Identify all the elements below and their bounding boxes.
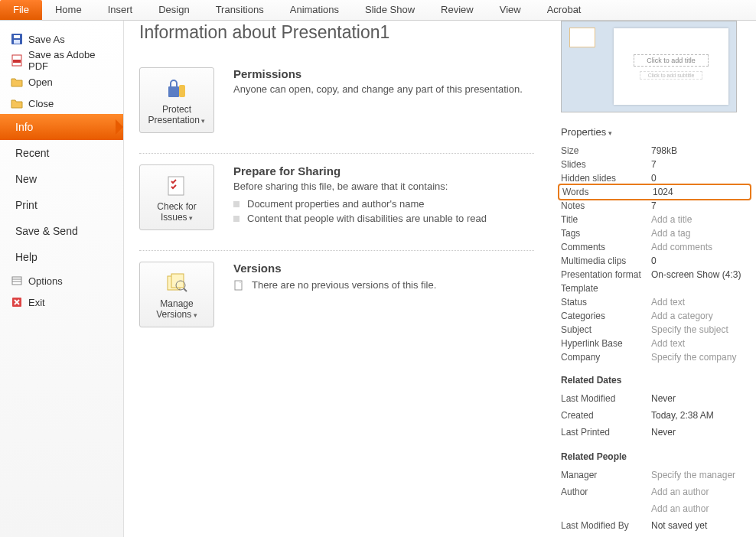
property-label: Notes xyxy=(561,200,651,211)
property-row: Last PrintedNever xyxy=(561,424,748,441)
property-label: Comments xyxy=(561,242,651,252)
related-people-heading: Related People xyxy=(561,451,748,462)
section-heading: Permissions xyxy=(233,67,523,80)
manage-versions-button[interactable]: Manage Versions xyxy=(139,262,214,327)
property-row[interactable]: AuthorAdd an author xyxy=(561,483,748,500)
checklist-icon xyxy=(163,174,191,198)
sidebar-open[interactable]: Open xyxy=(0,71,123,93)
tab-transitions[interactable]: Transitions xyxy=(203,0,277,20)
property-value[interactable]: Add text xyxy=(651,338,685,349)
sidebar-save-send[interactable]: Save & Send xyxy=(0,218,123,244)
property-label: Categories xyxy=(561,311,651,321)
tab-animations[interactable]: Animations xyxy=(277,0,352,20)
property-row[interactable]: Hyperlink BaseAdd text xyxy=(561,337,748,350)
property-value[interactable]: Add an author xyxy=(651,503,709,514)
ribbon: File Home Insert Design Transitions Anim… xyxy=(0,0,756,21)
property-label: Hidden slides xyxy=(561,173,651,184)
property-value: 1024 xyxy=(653,187,673,197)
backstage-content: Information about Presentation1 Protect … xyxy=(124,21,549,537)
square-bullet-icon xyxy=(233,216,240,222)
property-row: Words1024 xyxy=(558,184,751,200)
property-row[interactable]: SubjectSpecify the subject xyxy=(561,323,748,337)
property-row: CreatedToday, 2:38 AM xyxy=(561,407,748,424)
property-row[interactable]: TagsAdd a tag xyxy=(561,226,748,240)
tab-slideshow[interactable]: Slide Show xyxy=(352,0,428,20)
tab-home[interactable]: Home xyxy=(42,0,95,20)
property-value: 7 xyxy=(651,200,657,211)
property-value[interactable]: Add a title xyxy=(651,214,692,225)
property-value[interactable]: Specify the manager xyxy=(651,470,735,480)
folder-open-icon xyxy=(11,76,23,88)
property-label: Size xyxy=(561,145,651,156)
property-value: On-screen Show (4:3) xyxy=(651,269,741,280)
square-bullet-icon xyxy=(233,201,240,207)
property-label: Multimedia clips xyxy=(561,255,651,266)
sidebar-item-label: Exit xyxy=(28,297,45,308)
property-value: 0 xyxy=(651,173,657,184)
sidebar-recent[interactable]: Recent xyxy=(0,140,123,166)
tab-design[interactable]: Design xyxy=(145,0,202,20)
protect-presentation-button[interactable]: Protect Presentation xyxy=(139,67,214,133)
tab-acrobat[interactable]: Acrobat xyxy=(534,0,595,20)
properties-pane: Click to add title Click to add subtitle… xyxy=(549,21,756,537)
sidebar-exit[interactable]: Exit xyxy=(0,291,123,313)
check-for-issues-button[interactable]: Check for Issues xyxy=(139,164,214,230)
sidebar-new[interactable]: New xyxy=(0,166,123,192)
property-label: Tags xyxy=(561,228,651,239)
property-row: Notes7 xyxy=(561,199,748,213)
doc-small-icon xyxy=(233,280,244,291)
sidebar-options[interactable]: Options xyxy=(0,270,123,291)
svg-rect-4 xyxy=(13,60,21,63)
sidebar-help[interactable]: Help xyxy=(0,244,123,270)
sidebar-item-label: Save & Send xyxy=(15,225,78,237)
property-value[interactable]: Add a category xyxy=(651,311,713,321)
property-value[interactable]: Add an author xyxy=(651,487,709,497)
property-label: Author xyxy=(561,487,651,497)
tab-review[interactable]: Review xyxy=(428,0,487,20)
property-row[interactable]: TitleAdd a title xyxy=(561,213,748,226)
properties-dropdown[interactable]: Properties xyxy=(561,126,748,138)
sidebar-item-label: Help xyxy=(15,251,37,263)
property-value[interactable]: Add a tag xyxy=(651,228,690,239)
lock-icon xyxy=(163,76,191,101)
property-label: Last Modified By xyxy=(561,520,651,531)
tab-file[interactable]: File xyxy=(0,0,42,20)
property-value[interactable]: Specify the subject xyxy=(651,324,728,335)
section-prepare: Check for Issues Prepare for Sharing Bef… xyxy=(139,154,534,251)
sidebar-info[interactable]: Info xyxy=(0,114,123,140)
property-value: 0 xyxy=(651,255,657,266)
property-value: Today, 2:38 AM xyxy=(651,410,714,421)
sidebar-print[interactable]: Print xyxy=(0,192,123,218)
property-row: Template xyxy=(561,282,748,295)
tab-insert[interactable]: Insert xyxy=(95,0,146,20)
sidebar-item-label: Options xyxy=(28,275,63,287)
property-row[interactable]: CompanySpecify the company xyxy=(561,350,748,364)
issue-item: Document properties and author's name xyxy=(233,197,487,211)
button-label: Manage Versions xyxy=(143,298,210,320)
property-row[interactable]: ManagerSpecify the manager xyxy=(561,467,748,483)
issue-item: Content that people with disabilities ar… xyxy=(233,211,487,226)
pdf-icon xyxy=(11,54,23,67)
property-value[interactable]: Add comments xyxy=(651,242,712,252)
property-value[interactable]: Add text xyxy=(651,297,685,308)
section-permissions: Protect Presentation Permissions Anyone … xyxy=(139,57,534,154)
sidebar-item-label: Info xyxy=(15,121,33,133)
property-value: Never xyxy=(651,393,676,404)
property-row[interactable]: CategoriesAdd a category xyxy=(561,309,748,323)
sidebar-save-as[interactable]: Save As xyxy=(0,28,123,50)
backstage-sidebar: Save As Save as Adobe PDF Open Close Inf… xyxy=(0,21,124,537)
sidebar-save-pdf[interactable]: Save as Adobe PDF xyxy=(0,50,123,71)
svg-line-15 xyxy=(184,288,187,291)
property-row: Last Modified ByNot saved yet xyxy=(561,517,748,534)
property-row[interactable]: StatusAdd text xyxy=(561,295,748,309)
property-label: Slides xyxy=(561,159,651,170)
tab-view[interactable]: View xyxy=(487,0,534,20)
property-value[interactable]: Specify the company xyxy=(651,352,736,363)
sidebar-close[interactable]: Close xyxy=(0,93,123,114)
property-row: Multimedia clips0 xyxy=(561,254,748,268)
property-row[interactable]: CommentsAdd comments xyxy=(561,240,748,254)
mini-slide-icon xyxy=(569,28,595,47)
property-row[interactable]: Add an author xyxy=(561,500,748,517)
property-label: Last Printed xyxy=(561,427,651,438)
property-label: Words xyxy=(562,187,653,197)
